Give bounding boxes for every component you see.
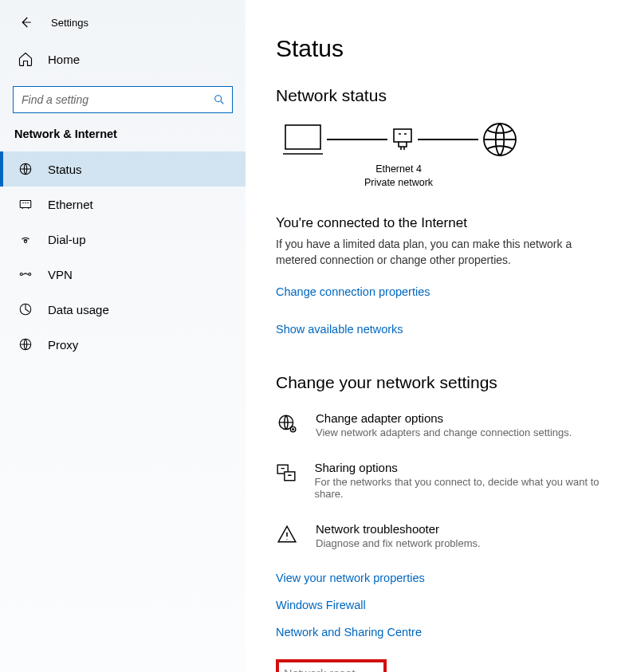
option-change-adapter[interactable]: Change adapter options View network adap… [276,411,614,438]
app-title: Settings [51,17,88,29]
status-graphic [276,121,614,158]
svg-rect-14 [285,472,295,481]
svg-rect-8 [285,125,320,149]
option-desc: For the networks that you connect to, de… [315,476,615,500]
sidebar-item-proxy[interactable]: Proxy [0,327,246,362]
network-status-heading: Network status [276,86,614,105]
option-sharing[interactable]: Sharing options For the networks that yo… [276,461,614,500]
option-title: Change adapter options [316,411,572,425]
option-title: Network troubleshooter [316,522,481,536]
globe-icon [482,121,518,158]
adapter-icon [391,128,415,151]
home-icon [18,51,33,67]
troubleshooter-icon [276,522,298,544]
sidebar-item-label: Proxy [48,338,78,352]
svg-point-4 [20,273,22,276]
proxy-icon [18,336,33,352]
search-field[interactable] [13,86,233,113]
vpn-icon [18,266,33,282]
adapter-name: Ethernet 4 [282,163,515,176]
svg-rect-2 [20,201,31,208]
back-button[interactable] [18,14,33,30]
sidebar-item-dialup[interactable]: Dial-up [0,222,246,257]
home-label: Home [48,53,80,66]
svg-point-3 [25,241,27,243]
dialup-icon [18,231,33,247]
datausage-icon [18,301,33,317]
sidebar-item-label: Ethernet [48,198,93,211]
option-desc: Diagnose and fix network problems. [316,537,481,549]
link-change-connection-properties[interactable]: Change connection properties [276,285,430,298]
option-troubleshooter[interactable]: Network troubleshooter Diagnose and fix … [276,522,614,549]
sidebar-item-label: Dial-up [48,233,86,246]
link-network-sharing-centre[interactable]: Network and Sharing Centre [276,626,614,639]
status-icon [18,161,33,177]
sidebar-item-label: VPN [48,268,73,281]
sidebar-item-label: Data usage [48,303,109,316]
computer-icon [282,122,324,157]
svg-point-0 [215,96,222,102]
option-desc: View network adapters and change connect… [316,426,572,438]
network-profile: Private network [282,176,515,190]
adapter-options-icon [276,411,298,434]
svg-rect-9 [394,129,411,142]
ethernet-icon [18,196,33,212]
search-input[interactable] [22,93,213,106]
svg-point-5 [29,273,31,276]
option-title: Sharing options [315,461,615,474]
connector-line [418,139,478,140]
sidebar-category: Network & Internet [0,128,246,151]
page-title: Status [276,35,614,62]
connector-line [327,139,387,140]
sidebar-item-datausage[interactable]: Data usage [0,292,246,327]
sidebar-item-ethernet[interactable]: Ethernet [0,187,246,222]
connected-heading: You're connected to the Internet [276,215,614,231]
sidebar-item-vpn[interactable]: VPN [0,257,246,292]
link-network-reset[interactable]: Network reset [276,659,387,672]
link-windows-firewall[interactable]: Windows Firewall [276,599,614,611]
status-caption: Ethernet 4 Private network [276,163,515,190]
sidebar-item-label: Status [48,163,82,176]
link-show-available-networks[interactable]: Show available networks [276,323,403,336]
change-settings-heading: Change your network settings [276,373,614,392]
link-view-network-properties[interactable]: View your network properties [276,572,614,584]
search-icon [213,93,226,106]
home-nav[interactable]: Home [0,35,246,80]
sidebar-item-status[interactable]: Status [0,151,246,187]
connected-description: If you have a limited data plan, you can… [276,236,579,269]
sharing-icon [276,461,297,483]
